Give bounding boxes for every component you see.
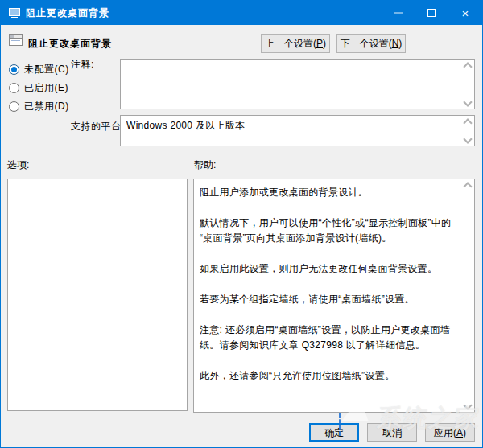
close-icon: × xyxy=(462,7,469,19)
scroll-down-icon[interactable] xyxy=(464,99,470,105)
help-paragraph: 此外，还请参阅“只允许使用位图墙纸”设置。 xyxy=(200,368,461,384)
radio-not-configured[interactable]: 未配置(C) xyxy=(9,63,69,76)
apply-button[interactable]: 应用(A) xyxy=(425,423,475,442)
next-setting-label-suffix: ) xyxy=(398,38,402,49)
radio-not-configured-circle[interactable] xyxy=(9,64,19,75)
radio-disabled-circle[interactable] xyxy=(9,101,19,112)
radio-enabled-label: 已启用(E) xyxy=(24,81,68,95)
next-setting-label: 下一个设置( xyxy=(341,38,392,49)
scroll-up-icon[interactable] xyxy=(464,183,470,189)
radio-disabled-label: 已禁用(D) xyxy=(24,100,69,113)
comment-textbox[interactable] xyxy=(120,59,475,109)
radio-disabled[interactable]: 已禁用(D) xyxy=(9,100,69,113)
help-paragraph: 若要为某个组指定墙纸，请使用“桌面墙纸”设置。 xyxy=(200,292,461,307)
previous-setting-label-suffix: ) xyxy=(323,38,326,49)
next-setting-button[interactable]: 下一个设置(N) xyxy=(336,34,406,53)
policy-setting-dialog: 阻止更改桌面背景 × 阻止更改桌面背景 上一个设置(P) 下一个设置(N) 未配… xyxy=(0,0,483,448)
app-window-icon xyxy=(8,8,21,18)
policy-setting-title: 阻止更改桌面背景 xyxy=(28,37,112,51)
policy-setting-icon xyxy=(9,34,23,46)
previous-setting-label: 上一个设置( xyxy=(265,38,316,49)
options-label: 选项: xyxy=(7,158,29,172)
previous-setting-accelerator: P xyxy=(316,38,323,49)
apply-label: 应用( xyxy=(434,427,456,438)
scroll-down-icon[interactable] xyxy=(464,402,470,408)
options-panel xyxy=(7,179,188,411)
comment-label: 注释: xyxy=(71,58,94,72)
maximize-button[interactable] xyxy=(415,1,448,25)
help-paragraph: 默认情况下，用户可以使用“个性化”或“显示控制面板”中的“桌面背景”页向其桌面添… xyxy=(200,216,461,246)
scroll-up-icon[interactable] xyxy=(464,64,470,69)
help-label: 帮助: xyxy=(194,158,216,172)
close-button[interactable]: × xyxy=(448,1,482,25)
maximize-icon xyxy=(427,9,436,17)
supported-platform-label: 支持的平台: xyxy=(71,120,124,134)
ok-button[interactable]: 确定 xyxy=(309,423,359,442)
help-text: 阻止用户添加或更改桌面的背景设计。 默认情况下，用户可以使用“个性化”或“显示控… xyxy=(200,185,461,384)
window-title: 阻止更改桌面背景 xyxy=(26,6,109,20)
radio-enabled-circle[interactable] xyxy=(9,83,19,93)
radio-not-configured-label: 未配置(C) xyxy=(24,63,69,76)
apply-label-suffix: ) xyxy=(463,427,466,438)
minimize-icon xyxy=(394,12,402,14)
help-paragraph: 阻止用户添加或更改桌面的背景设计。 xyxy=(200,185,461,200)
cancel-button[interactable]: 取消 xyxy=(367,423,417,442)
help-paragraph: 注意: 还必须启用“桌面墙纸”设置，以防止用户更改桌面墙纸。请参阅知识库文章 Q… xyxy=(200,323,461,353)
supported-platform-textbox[interactable]: Windows 2000 及以上版本 xyxy=(120,115,475,146)
window-controls: × xyxy=(381,1,482,25)
scroll-down-icon[interactable] xyxy=(464,136,470,142)
supported-platform-value: Windows 2000 及以上版本 xyxy=(126,119,245,133)
help-panel[interactable]: 阻止用户添加或更改桌面的背景设计。 默认情况下，用户可以使用“个性化”或“显示控… xyxy=(193,179,475,413)
titlebar: 阻止更改桌面背景 × xyxy=(1,1,482,25)
radio-enabled[interactable]: 已启用(E) xyxy=(9,81,68,94)
scroll-up-icon[interactable] xyxy=(464,120,470,125)
help-paragraph: 如果启用此设置，则用户无法更改任何桌面背景设置。 xyxy=(200,261,461,277)
apply-accelerator: A xyxy=(456,427,463,438)
previous-setting-button[interactable]: 上一个设置(P) xyxy=(261,34,330,53)
minimize-button[interactable] xyxy=(381,1,415,25)
